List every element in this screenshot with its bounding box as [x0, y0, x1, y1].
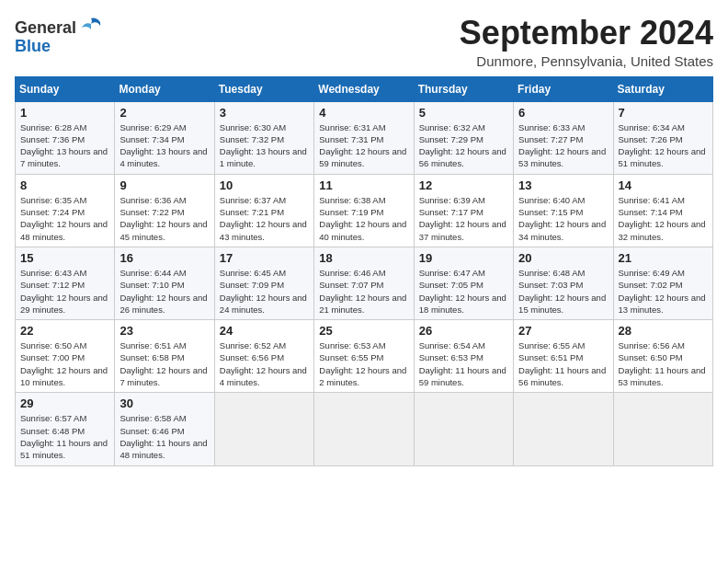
- calendar-cell: [613, 393, 712, 465]
- day-number: 18: [319, 251, 408, 265]
- calendar-table: SundayMondayTuesdayWednesdayThursdayFrid…: [15, 76, 713, 466]
- day-detail: Sunrise: 6:54 AMSunset: 6:53 PMDaylight:…: [419, 339, 508, 388]
- day-number: 8: [20, 178, 109, 192]
- calendar-cell: 16Sunrise: 6:44 AMSunset: 7:10 PMDayligh…: [115, 247, 214, 319]
- calendar-cell: 4Sunrise: 6:31 AMSunset: 7:31 PMDaylight…: [314, 101, 414, 174]
- day-number: 5: [419, 106, 508, 120]
- month-title: September 2024: [460, 15, 713, 52]
- day-number: 14: [619, 178, 708, 192]
- location-title: Dunmore, Pennsylvania, United States: [460, 53, 713, 69]
- day-number: 25: [319, 324, 408, 338]
- calendar-cell: 26Sunrise: 6:54 AMSunset: 6:53 PMDayligh…: [414, 320, 513, 393]
- weekday-header-sunday: Sunday: [16, 76, 115, 101]
- day-detail: Sunrise: 6:56 AMSunset: 6:50 PMDaylight:…: [619, 339, 708, 388]
- day-number: 23: [119, 324, 209, 338]
- day-number: 7: [619, 106, 708, 120]
- day-detail: Sunrise: 6:45 AMSunset: 7:09 PMDaylight:…: [220, 267, 309, 316]
- calendar-cell: 13Sunrise: 6:40 AMSunset: 7:15 PMDayligh…: [514, 174, 613, 247]
- day-detail: Sunrise: 6:35 AMSunset: 7:24 PMDaylight:…: [20, 194, 109, 243]
- calendar-cell: 17Sunrise: 6:45 AMSunset: 7:09 PMDayligh…: [214, 247, 313, 319]
- calendar-cell: 11Sunrise: 6:38 AMSunset: 7:19 PMDayligh…: [314, 174, 414, 247]
- day-detail: Sunrise: 6:52 AMSunset: 6:56 PMDaylight:…: [220, 339, 309, 388]
- day-detail: Sunrise: 6:29 AMSunset: 7:34 PMDaylight:…: [119, 121, 209, 170]
- day-number: 20: [518, 251, 608, 265]
- weekday-header-saturday: Saturday: [613, 76, 712, 101]
- weekday-header-wednesday: Wednesday: [314, 76, 414, 101]
- calendar-cell: 30Sunrise: 6:58 AMSunset: 6:46 PMDayligh…: [115, 393, 214, 465]
- day-number: 30: [119, 396, 209, 410]
- day-number: 2: [119, 106, 209, 120]
- day-number: 24: [220, 324, 309, 338]
- day-detail: Sunrise: 6:37 AMSunset: 7:21 PMDaylight:…: [220, 194, 309, 243]
- day-number: 29: [20, 396, 109, 410]
- day-detail: Sunrise: 6:36 AMSunset: 7:22 PMDaylight:…: [119, 194, 209, 243]
- day-number: 27: [518, 324, 608, 338]
- calendar-cell: 1Sunrise: 6:28 AMSunset: 7:36 PMDaylight…: [16, 101, 115, 174]
- day-number: 3: [220, 106, 309, 120]
- day-detail: Sunrise: 6:47 AMSunset: 7:05 PMDaylight:…: [419, 267, 508, 316]
- calendar-cell: 2Sunrise: 6:29 AMSunset: 7:34 PMDaylight…: [115, 101, 214, 174]
- day-number: 1: [20, 106, 109, 120]
- calendar-cell: 12Sunrise: 6:39 AMSunset: 7:17 PMDayligh…: [414, 174, 513, 247]
- day-detail: Sunrise: 6:40 AMSunset: 7:15 PMDaylight:…: [518, 194, 608, 243]
- weekday-header-thursday: Thursday: [414, 76, 513, 101]
- calendar-cell: 8Sunrise: 6:35 AMSunset: 7:24 PMDaylight…: [16, 174, 115, 247]
- calendar-cell: 18Sunrise: 6:46 AMSunset: 7:07 PMDayligh…: [314, 247, 414, 319]
- title-block: September 2024 Dunmore, Pennsylvania, Un…: [460, 15, 713, 69]
- day-number: 17: [220, 251, 309, 265]
- day-number: 19: [419, 251, 508, 265]
- day-detail: Sunrise: 6:30 AMSunset: 7:32 PMDaylight:…: [220, 121, 309, 170]
- day-detail: Sunrise: 6:38 AMSunset: 7:19 PMDaylight:…: [319, 194, 408, 243]
- logo-blue-text: Blue: [15, 37, 51, 56]
- day-number: 16: [119, 251, 209, 265]
- day-number: 11: [319, 178, 408, 192]
- calendar-cell: 24Sunrise: 6:52 AMSunset: 6:56 PMDayligh…: [214, 320, 313, 393]
- calendar-cell: 21Sunrise: 6:49 AMSunset: 7:02 PMDayligh…: [613, 247, 712, 319]
- day-detail: Sunrise: 6:43 AMSunset: 7:12 PMDaylight:…: [20, 267, 109, 316]
- day-detail: Sunrise: 6:34 AMSunset: 7:26 PMDaylight:…: [619, 121, 708, 170]
- day-detail: Sunrise: 6:32 AMSunset: 7:29 PMDaylight:…: [419, 121, 508, 170]
- calendar-cell: [414, 393, 513, 465]
- day-detail: Sunrise: 6:50 AMSunset: 7:00 PMDaylight:…: [20, 339, 109, 388]
- calendar-cell: 28Sunrise: 6:56 AMSunset: 6:50 PMDayligh…: [613, 320, 712, 393]
- day-detail: Sunrise: 6:55 AMSunset: 6:51 PMDaylight:…: [518, 339, 608, 388]
- day-detail: Sunrise: 6:57 AMSunset: 6:48 PMDaylight:…: [20, 412, 109, 461]
- day-detail: Sunrise: 6:31 AMSunset: 7:31 PMDaylight:…: [319, 121, 408, 170]
- day-number: 15: [20, 251, 109, 265]
- calendar-cell: 6Sunrise: 6:33 AMSunset: 7:27 PMDaylight…: [514, 101, 613, 174]
- day-detail: Sunrise: 6:39 AMSunset: 7:17 PMDaylight:…: [419, 194, 508, 243]
- day-detail: Sunrise: 6:48 AMSunset: 7:03 PMDaylight:…: [518, 267, 608, 316]
- logo-bird-icon: [78, 15, 104, 40]
- day-number: 28: [619, 324, 708, 338]
- calendar-cell: 23Sunrise: 6:51 AMSunset: 6:58 PMDayligh…: [115, 320, 214, 393]
- calendar-cell: 9Sunrise: 6:36 AMSunset: 7:22 PMDaylight…: [115, 174, 214, 247]
- calendar-cell: 29Sunrise: 6:57 AMSunset: 6:48 PMDayligh…: [16, 393, 115, 465]
- day-number: 9: [119, 178, 209, 192]
- day-detail: Sunrise: 6:58 AMSunset: 6:46 PMDaylight:…: [119, 412, 209, 461]
- day-number: 6: [518, 106, 608, 120]
- day-detail: Sunrise: 6:51 AMSunset: 6:58 PMDaylight:…: [119, 339, 209, 388]
- calendar-cell: [214, 393, 313, 465]
- page-header: General Blue September 2024 Dunmore, Pen…: [15, 15, 713, 69]
- weekday-header-monday: Monday: [115, 76, 214, 101]
- day-number: 4: [319, 106, 408, 120]
- calendar-cell: 14Sunrise: 6:41 AMSunset: 7:14 PMDayligh…: [613, 174, 712, 247]
- calendar-cell: 20Sunrise: 6:48 AMSunset: 7:03 PMDayligh…: [514, 247, 613, 319]
- calendar-cell: 15Sunrise: 6:43 AMSunset: 7:12 PMDayligh…: [16, 247, 115, 319]
- calendar-cell: 27Sunrise: 6:55 AMSunset: 6:51 PMDayligh…: [514, 320, 613, 393]
- day-detail: Sunrise: 6:44 AMSunset: 7:10 PMDaylight:…: [119, 267, 209, 316]
- day-number: 22: [20, 324, 109, 338]
- day-number: 13: [518, 178, 608, 192]
- day-number: 12: [419, 178, 508, 192]
- day-detail: Sunrise: 6:53 AMSunset: 6:55 PMDaylight:…: [319, 339, 408, 388]
- calendar-cell: 7Sunrise: 6:34 AMSunset: 7:26 PMDaylight…: [613, 101, 712, 174]
- calendar-cell: 3Sunrise: 6:30 AMSunset: 7:32 PMDaylight…: [214, 101, 313, 174]
- calendar-cell: [314, 393, 414, 465]
- weekday-header-friday: Friday: [514, 76, 613, 101]
- logo-general-text: General: [15, 18, 76, 38]
- day-detail: Sunrise: 6:46 AMSunset: 7:07 PMDaylight:…: [319, 267, 408, 316]
- day-number: 21: [619, 251, 708, 265]
- day-detail: Sunrise: 6:41 AMSunset: 7:14 PMDaylight:…: [619, 194, 708, 243]
- calendar-cell: 25Sunrise: 6:53 AMSunset: 6:55 PMDayligh…: [314, 320, 414, 393]
- day-number: 26: [419, 324, 508, 338]
